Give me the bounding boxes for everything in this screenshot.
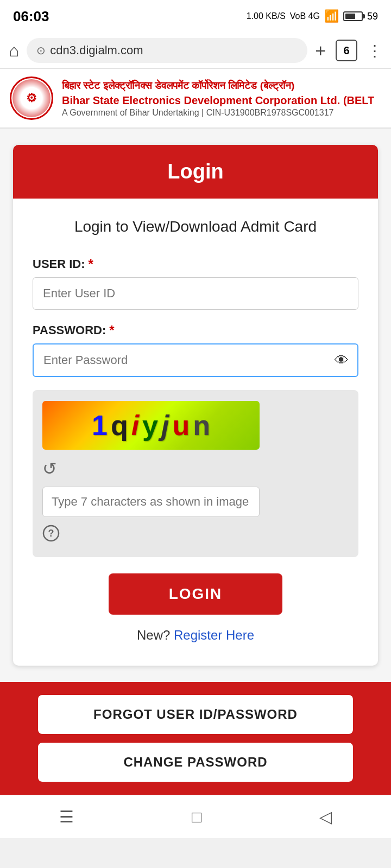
captcha-char-3: i xyxy=(131,409,139,442)
captcha-char-4: y xyxy=(142,409,158,442)
userid-required: * xyxy=(89,257,93,272)
password-toggle-icon[interactable]: 👁 xyxy=(335,352,349,369)
android-nav-bar: ☰ □ ◁ xyxy=(0,795,391,838)
status-icons: 1.00 KB/S VoB 4G 📶 59 xyxy=(247,9,378,23)
browser-chrome: ⌂ ⊙ cdn3.digialm.com + 6 ⋮ xyxy=(0,33,391,69)
android-back-icon[interactable]: ◁ xyxy=(319,807,332,826)
footer-bar: FORGOT USER ID/PASSWORD CHANGE PASSWORD xyxy=(0,682,391,795)
login-card-header: Login xyxy=(13,145,378,199)
captcha-image: 1 q i y j u n xyxy=(42,401,260,450)
org-subtitle: A Government of Bihar Undertaking | CIN-… xyxy=(62,108,381,118)
captcha-section: 1 q i y j u n ↺ ? xyxy=(33,390,358,557)
captcha-text: 1 q i y j u n xyxy=(83,409,219,442)
captcha-char-6: u xyxy=(172,409,190,442)
login-button[interactable]: LOGIN xyxy=(109,573,282,615)
time-display: 06:03 xyxy=(13,8,49,25)
login-card: Login Login to View/Download Admit Card … xyxy=(13,145,378,666)
main-content: Login Login to View/Download Admit Card … xyxy=(0,129,391,682)
tab-count[interactable]: 6 xyxy=(336,40,357,61)
org-info: बिहार स्टेट इलेक्ट्रॉनिक्स डेवलपमेंट कॉर… xyxy=(62,79,381,118)
url-text: cdn3.digialm.com xyxy=(50,43,143,58)
captcha-input[interactable] xyxy=(42,487,260,517)
forgot-password-button[interactable]: FORGOT USER ID/PASSWORD xyxy=(38,695,353,734)
home-icon[interactable]: ⌂ xyxy=(9,41,19,61)
login-card-body: Login to View/Download Admit Card USER I… xyxy=(13,199,378,666)
svg-text:?: ? xyxy=(48,528,54,539)
org-logo: ⚙ xyxy=(10,76,53,120)
password-label: PASSWORD: * xyxy=(33,323,358,338)
login-subtitle: Login to View/Download Admit Card xyxy=(33,216,358,237)
captcha-help-icon[interactable]: ? xyxy=(42,525,349,546)
signal-icon: 📶 xyxy=(324,9,339,23)
browser-menu-icon[interactable]: ⋮ xyxy=(367,42,382,60)
logo-bar: ⚙ बिहार स्टेट इलेक्ट्रॉनिक्स डेवलपमेंट क… xyxy=(0,69,391,129)
org-name-english: Bihar State Electronics Development Corp… xyxy=(62,93,381,108)
captcha-char-2: q xyxy=(111,409,128,442)
android-home-icon[interactable]: □ xyxy=(192,808,201,826)
register-link[interactable]: Register Here xyxy=(174,628,254,642)
login-title: Login xyxy=(167,160,223,183)
battery-indicator xyxy=(343,11,363,21)
change-password-button[interactable]: CHANGE PASSWORD xyxy=(38,743,353,782)
address-bar[interactable]: ⊙ cdn3.digialm.com xyxy=(27,38,307,63)
userid-label: USER ID: * xyxy=(33,257,358,272)
captcha-char-5: j xyxy=(161,409,169,442)
captcha-char-7: n xyxy=(193,409,210,442)
lock-icon: ⊙ xyxy=(36,44,46,57)
status-bar: 06:03 1.00 KB/S VoB 4G 📶 59 xyxy=(0,0,391,33)
password-wrapper: 👁 xyxy=(33,343,358,377)
register-text: New? Register Here xyxy=(33,628,358,643)
battery-percent: 59 xyxy=(367,11,378,22)
password-input[interactable] xyxy=(33,343,358,377)
network-indicator: VoB 4G xyxy=(290,11,320,21)
captcha-char-1: 1 xyxy=(92,409,108,442)
speed-indicator: 1.00 KB/S xyxy=(247,11,286,21)
password-required: * xyxy=(109,323,114,338)
captcha-refresh-icon[interactable]: ↺ xyxy=(42,458,349,479)
new-tab-icon[interactable]: + xyxy=(315,40,326,61)
userid-input[interactable] xyxy=(33,277,358,310)
org-name-hindi: बिहार स्टेट इलेक्ट्रॉनिक्स डेवलपमेंट कॉर… xyxy=(62,79,381,93)
browser-actions: + 6 ⋮ xyxy=(315,40,382,61)
android-menu-icon[interactable]: ☰ xyxy=(59,807,74,826)
